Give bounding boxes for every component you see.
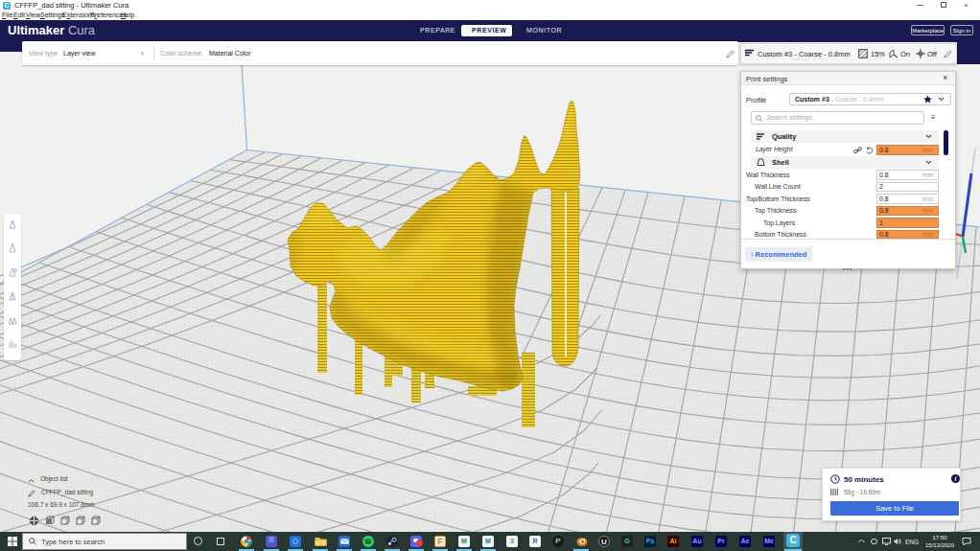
- svg-text:125: 125: [963, 155, 971, 161]
